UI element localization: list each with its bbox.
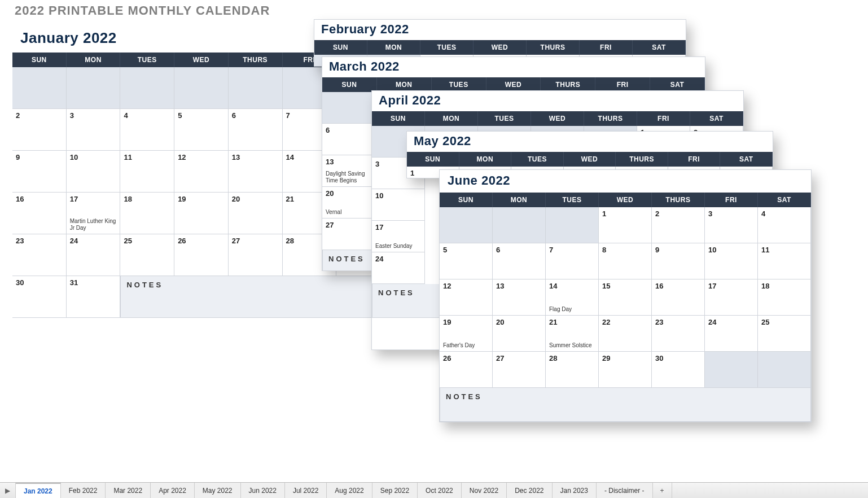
calendar-cell[interactable]: 27: [493, 352, 546, 388]
calendar-cell[interactable]: 16: [12, 193, 67, 234]
calendar-cell[interactable]: 24: [67, 234, 121, 276]
sheet-tab[interactable]: Jan 2023: [553, 483, 597, 498]
calendar-cell[interactable]: 20: [229, 193, 283, 234]
sheet-tab[interactable]: Aug 2022: [327, 483, 372, 498]
calendar-cell[interactable]: [758, 352, 811, 388]
calendar-cell[interactable]: 23: [12, 234, 67, 276]
sheet-tab[interactable]: Mar 2022: [106, 483, 151, 498]
calendar-cell[interactable]: 10: [67, 151, 121, 193]
calendar-cell[interactable]: 18: [758, 279, 811, 316]
calendar-cell[interactable]: 8: [599, 243, 652, 279]
calendar-cell[interactable]: 27: [322, 219, 377, 250]
notes-area[interactable]: NOTES: [120, 276, 391, 318]
day-header: WED: [174, 53, 229, 67]
calendar-cell[interactable]: 20: [493, 316, 546, 352]
calendar-cell[interactable]: [705, 352, 758, 388]
calendar-cell[interactable]: 26: [440, 352, 493, 388]
calendar-cell[interactable]: 13: [493, 279, 546, 316]
calendar-cell[interactable]: 9: [12, 151, 67, 193]
calendar-cell[interactable]: 9: [652, 243, 705, 279]
calendar-cell[interactable]: 21Summer Solstice: [546, 316, 599, 352]
calendar-cell[interactable]: 10: [705, 243, 758, 279]
calendar-cell[interactable]: 6: [493, 243, 546, 279]
calendar-cell[interactable]: 25: [120, 234, 174, 276]
calendar-cell[interactable]: [174, 67, 229, 109]
month-title-may: May 2022: [407, 132, 773, 152]
calendar-cell[interactable]: 15: [599, 279, 652, 316]
calendar-cell[interactable]: 14Flag Day: [546, 279, 599, 316]
calendar-cell[interactable]: 17Martin Luther King Jr Day: [67, 193, 121, 234]
calendar-cell[interactable]: 2: [652, 207, 705, 243]
calendar-cell[interactable]: 22: [599, 316, 652, 352]
calendar-cell[interactable]: 18: [120, 193, 174, 234]
sheet-tab[interactable]: Jul 2022: [285, 483, 327, 498]
calendar-cell[interactable]: [546, 207, 599, 243]
calendar-cell[interactable]: [322, 92, 377, 124]
calendar-cell[interactable]: 11: [120, 151, 174, 193]
calendar-cell[interactable]: 1: [599, 207, 652, 243]
calendar-cell[interactable]: 20Vernal: [322, 187, 377, 219]
add-sheet-button[interactable]: +: [653, 483, 672, 498]
day-header: MON: [459, 152, 512, 167]
calendar-cell[interactable]: 27: [229, 234, 283, 276]
day-header: SAT: [758, 193, 811, 207]
calendar-cell[interactable]: 6: [229, 109, 283, 151]
calendar-cell[interactable]: 12: [440, 279, 493, 316]
sheet-tab[interactable]: Feb 2022: [61, 483, 106, 498]
sheet-tab[interactable]: - Disclaimer -: [597, 483, 653, 498]
calendar-cell[interactable]: 12: [174, 151, 229, 193]
calendar-cell[interactable]: 4: [120, 109, 174, 151]
calendar-cell[interactable]: 29: [599, 352, 652, 388]
calendar-cell[interactable]: [229, 67, 283, 109]
calendar-cell[interactable]: 24: [705, 316, 758, 352]
sheet-tab[interactable]: Jun 2022: [241, 483, 285, 498]
calendar-cell[interactable]: [120, 67, 174, 109]
calendar-cell[interactable]: 17Easter Sunday: [372, 221, 425, 252]
day-header-row: SUNMONTUESWEDTHURSFRISAT: [314, 40, 686, 55]
calendar-cell[interactable]: [440, 207, 493, 243]
day-header: MON: [367, 40, 420, 55]
calendar-cell[interactable]: 13Daylight Saving Time Begins: [322, 155, 377, 187]
sheet-tab[interactable]: Dec 2022: [507, 483, 552, 498]
calendar-cell[interactable]: 24: [372, 252, 425, 284]
calendar-cell[interactable]: 5: [440, 243, 493, 279]
calendar-cell[interactable]: [493, 207, 546, 243]
sheet-nav-button[interactable]: ▶: [0, 483, 16, 498]
sheet-tab[interactable]: Jan 2022: [16, 483, 61, 498]
day-header: SAT: [720, 152, 773, 167]
sheet-tab[interactable]: Nov 2022: [462, 483, 507, 498]
calendar-cell[interactable]: 2: [12, 109, 67, 151]
calendar-cell[interactable]: 26: [174, 234, 229, 276]
day-header: WED: [474, 40, 527, 55]
sheet-tab[interactable]: May 2022: [195, 483, 241, 498]
calendar-cell[interactable]: 25: [758, 316, 811, 352]
calendar-cell[interactable]: 19Father's Day: [440, 316, 493, 352]
day-header-row: SUNMONTUESWEDTHURSFRISAT: [407, 152, 773, 167]
month-title-feb: February 2022: [314, 20, 686, 40]
sheet-tab[interactable]: Apr 2022: [151, 483, 195, 498]
calendar-cell[interactable]: 19: [174, 193, 229, 234]
calendar-event: Flag Day: [549, 306, 595, 313]
calendar-cell[interactable]: [67, 67, 121, 109]
calendar-cell[interactable]: 17: [705, 279, 758, 316]
sheet-tab[interactable]: Oct 2022: [418, 483, 462, 498]
calendar-cell[interactable]: 4: [758, 207, 811, 243]
calendar-cell[interactable]: 30: [652, 352, 705, 388]
sheet-tab[interactable]: Sep 2022: [372, 483, 418, 498]
calendar-cell[interactable]: 13: [229, 151, 283, 193]
calendar-cell[interactable]: 3: [67, 109, 121, 151]
calendar-cell[interactable]: [12, 67, 67, 109]
notes-area[interactable]: NOTES: [440, 388, 811, 422]
day-header: SUN: [314, 40, 367, 55]
calendar-cell[interactable]: 23: [652, 316, 705, 352]
calendar-cell[interactable]: 3: [705, 207, 758, 243]
calendar-cell[interactable]: 11: [758, 243, 811, 279]
calendar-cell[interactable]: 6: [322, 124, 377, 155]
calendar-cell[interactable]: 7: [546, 243, 599, 279]
calendar-cell[interactable]: 10: [372, 189, 425, 221]
calendar-cell[interactable]: 5: [174, 109, 229, 151]
calendar-cell[interactable]: 30: [12, 276, 67, 318]
calendar-cell[interactable]: 31: [67, 276, 121, 318]
calendar-cell[interactable]: 16: [652, 279, 705, 316]
calendar-cell[interactable]: 28: [546, 352, 599, 388]
